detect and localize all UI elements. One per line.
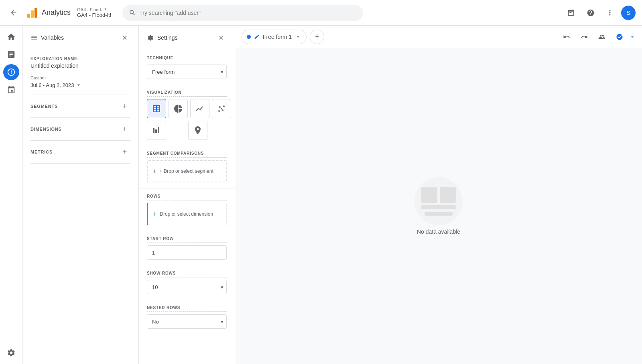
- variables-panel: Variables EXPLORATION NAME: Untitled exp…: [22, 26, 139, 364]
- content-main: No data available: [235, 48, 642, 364]
- svg-point-3: [218, 110, 220, 112]
- segment-comparisons-label: SEGMENT COMPARISONS: [147, 151, 227, 158]
- drop-segment-zone[interactable]: + + Drop or select segment: [147, 160, 227, 182]
- show-rows-select-wrapper: 5 10 25 50 100 ▾: [147, 280, 227, 294]
- add-segment-button[interactable]: +: [119, 101, 130, 112]
- share-button[interactable]: [594, 29, 610, 45]
- sidebar-item-settings[interactable]: [3, 345, 19, 361]
- exploration-name-section: EXPLORATION NAME: Untitled exploration: [30, 57, 130, 75]
- svg-point-6: [219, 106, 221, 108]
- no-data-text: No data available: [417, 229, 460, 235]
- show-rows-label: SHOW ROWS: [147, 271, 227, 277]
- start-row-label: START ROW: [147, 237, 227, 243]
- drop-dimension-zone[interactable]: + Drop or select dimension: [147, 203, 227, 225]
- technique-section: TECHNIQUE Free form ▾: [139, 50, 235, 85]
- exploration-name-label: EXPLORATION NAME:: [30, 57, 130, 61]
- add-metric-button[interactable]: +: [119, 146, 130, 158]
- segments-row[interactable]: SEGMENTS +: [30, 95, 130, 118]
- search-icon: [129, 9, 136, 16]
- add-tab-button[interactable]: +: [310, 30, 324, 44]
- tab-active-dot: [247, 35, 251, 39]
- apps-button[interactable]: [563, 5, 579, 21]
- viz-buttons-row1: [147, 99, 227, 118]
- exploration-name-value[interactable]: Untitled exploration: [30, 63, 130, 69]
- start-row-section: START ROW: [139, 231, 235, 265]
- content-tabs: Free form 1 +: [235, 26, 642, 48]
- rows-section: ROWS + Drop or select dimension: [139, 188, 235, 231]
- analytics-logo-icon: [26, 6, 39, 19]
- viz-table-button[interactable]: [147, 99, 166, 118]
- more-button[interactable]: [602, 5, 618, 21]
- segment-comparisons-section: SEGMENT COMPARISONS + + Drop or select s…: [139, 146, 235, 188]
- show-rows-select[interactable]: 5 10 25 50 100: [147, 280, 227, 294]
- app-title: Analytics: [42, 8, 71, 17]
- tab-actions: [559, 29, 636, 45]
- nested-rows-select-wrapper: No Yes ▾: [147, 314, 227, 329]
- back-button[interactable]: [6, 6, 21, 20]
- add-dimension-button[interactable]: +: [119, 123, 130, 135]
- settings-panel-header: Settings: [139, 26, 235, 50]
- nested-rows-select[interactable]: No Yes: [147, 314, 227, 329]
- svg-rect-1: [31, 10, 34, 18]
- property-account: GA4 - Flood-It!: [77, 7, 111, 12]
- show-rows-section: SHOW ROWS 5 10 25 50 100 ▾: [139, 265, 235, 300]
- variables-close-button[interactable]: [119, 32, 130, 43]
- technique-label: TECHNIQUE: [147, 56, 227, 62]
- rows-label: ROWS: [147, 194, 227, 200]
- tab-edit-icon: [254, 34, 260, 40]
- nested-rows-label: NESTED ROWS: [147, 305, 227, 312]
- property-selector[interactable]: GA4 - Flood-It! GA4 - Flood-It!: [77, 7, 111, 18]
- dimensions-row[interactable]: DIMENSIONS +: [30, 118, 130, 141]
- viz-line-button[interactable]: [190, 99, 209, 118]
- technique-select-wrapper: Free form ▾: [147, 65, 227, 79]
- metrics-row[interactable]: METRICS +: [30, 141, 130, 164]
- variables-content: EXPLORATION NAME: Untitled exploration C…: [22, 50, 138, 170]
- svg-rect-9: [158, 127, 159, 133]
- settings-icon: [147, 34, 154, 41]
- nested-rows-section: NESTED ROWS No Yes ▾: [139, 300, 235, 345]
- date-label: Custom: [30, 75, 130, 80]
- variables-title: Variables: [30, 34, 64, 41]
- search-bar[interactable]: [122, 5, 363, 21]
- visualization-section: VISUALIZATION: [139, 85, 235, 146]
- drop-dimension-text: Drop or select dimension: [160, 211, 213, 217]
- start-row-input[interactable]: [147, 245, 227, 260]
- tab-free-form-1[interactable]: Free form 1: [242, 30, 307, 44]
- viz-geo-button[interactable]: [188, 121, 207, 140]
- date-range-selector[interactable]: Jul 6 - Aug 2, 2023: [30, 82, 130, 88]
- search-input[interactable]: [139, 10, 357, 16]
- viz-bar-button[interactable]: [147, 121, 166, 140]
- visualization-label: VISUALIZATION: [147, 90, 227, 97]
- help-button[interactable]: [583, 5, 599, 21]
- technique-select[interactable]: Free form: [147, 65, 227, 79]
- publish-dropdown-icon[interactable]: [629, 34, 636, 40]
- viz-donut-button[interactable]: [169, 99, 188, 118]
- settings-panel: Settings TECHNIQUE Free form ▾ VISUALIZA…: [139, 26, 235, 364]
- sidebar-item-reports[interactable]: [3, 47, 19, 63]
- no-data-placeholder: No data available: [414, 177, 463, 235]
- settings-close-button[interactable]: [215, 32, 227, 43]
- svg-rect-2: [35, 8, 37, 18]
- publish-button[interactable]: [612, 29, 628, 45]
- drop-segment-text: + Drop or select segment: [159, 168, 213, 174]
- svg-rect-8: [155, 129, 157, 133]
- svg-point-7: [222, 109, 223, 111]
- viz-buttons-row2: [147, 121, 227, 140]
- topbar-actions: S: [563, 5, 636, 21]
- sidebar-item-home[interactable]: [3, 29, 19, 45]
- tab-dropdown-icon[interactable]: [295, 34, 301, 40]
- sidebar-nav: [0, 26, 22, 364]
- sidebar-item-explore[interactable]: [3, 64, 19, 80]
- redo-button[interactable]: [576, 29, 592, 45]
- viz-scatter-button[interactable]: [212, 99, 231, 118]
- app-logo: Analytics: [26, 6, 71, 19]
- no-data-icon: [414, 177, 463, 225]
- tab-label: Free form 1: [263, 34, 292, 40]
- variables-panel-header: Variables: [22, 26, 138, 50]
- avatar[interactable]: S: [621, 6, 636, 20]
- variables-icon: [30, 34, 38, 41]
- svg-point-4: [221, 108, 222, 109]
- date-dropdown-icon: [75, 82, 82, 88]
- undo-button[interactable]: [559, 29, 575, 45]
- sidebar-item-advertising[interactable]: [3, 82, 19, 98]
